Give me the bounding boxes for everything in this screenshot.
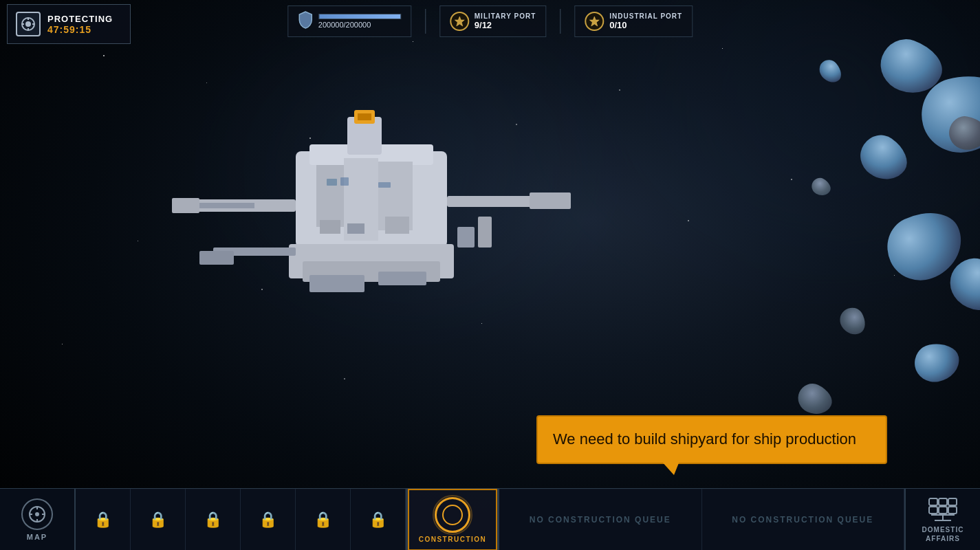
svg-rect-17 <box>320 220 340 234</box>
svg-rect-12 <box>530 192 571 209</box>
svg-rect-43 <box>948 498 957 505</box>
status-label: PROTECTING <box>47 14 113 24</box>
status-panel: PROTECTING 47:59:15 <box>7 4 131 44</box>
industrial-port-stat: INDUSTRIAL PORT 0/10 <box>574 6 693 37</box>
shield-bar <box>318 14 401 19</box>
shield-bar-fill <box>319 14 400 19</box>
shield-icon <box>298 11 313 32</box>
asteroid <box>912 340 963 385</box>
lock-icon-3: 🔒 <box>204 511 222 529</box>
svg-rect-42 <box>939 498 947 505</box>
queue-text-1: NO CONSTRUCTION QUEUE <box>530 515 671 525</box>
tooltip-box: We need to build shipyard for ship produ… <box>536 415 887 464</box>
star <box>722 48 723 49</box>
shield-stat: 200000/200000 <box>287 6 411 37</box>
svg-rect-26 <box>378 182 391 188</box>
lock-icon-2: 🔒 <box>149 511 167 529</box>
lock-icon-6: 🔒 <box>369 511 387 529</box>
star <box>103 55 105 56</box>
asteroid <box>836 303 870 339</box>
svg-rect-25 <box>340 177 349 186</box>
industrial-port-value: 0/10 <box>609 20 682 30</box>
asteroid <box>793 379 836 419</box>
svg-rect-15 <box>309 275 364 292</box>
industrial-port-info: INDUSTRIAL PORT 0/10 <box>609 12 682 30</box>
queue-panel-1: NO CONSTRUCTION QUEUE <box>499 489 702 550</box>
svg-rect-9 <box>172 198 199 213</box>
action-slot-3[interactable]: 🔒 <box>186 489 241 550</box>
svg-rect-21 <box>199 251 234 265</box>
svg-rect-7 <box>358 113 371 120</box>
map-icon <box>21 498 53 530</box>
construction-ring-icon <box>435 497 470 533</box>
queue-text-2: NO CONSTRUCTION QUEUE <box>732 515 873 525</box>
svg-rect-10 <box>199 203 254 208</box>
action-slot-5[interactable]: 🔒 <box>296 489 351 550</box>
action-slot-2[interactable]: 🔒 <box>131 489 186 550</box>
svg-rect-18 <box>347 223 364 234</box>
svg-rect-41 <box>929 498 937 505</box>
svg-rect-2 <box>316 165 344 227</box>
shield-value: 200000/200000 <box>318 21 401 29</box>
status-icon <box>16 12 41 36</box>
action-slot-4[interactable]: 🔒 <box>241 489 296 550</box>
svg-rect-23 <box>478 217 492 248</box>
construction-inner-ring <box>442 505 463 525</box>
star <box>894 275 895 276</box>
svg-marker-34 <box>589 16 599 26</box>
status-timer: 47:59:15 <box>47 24 113 35</box>
svg-rect-24 <box>327 179 337 186</box>
domestic-label: DOMESTICAFFAIRS <box>922 525 964 543</box>
industrial-port-name: INDUSTRIAL PORT <box>609 12 682 20</box>
svg-point-36 <box>35 512 39 516</box>
construction-button[interactable]: CONSTRUCTION <box>408 489 497 550</box>
game-viewport: We need to build shipyard for ship produ… <box>0 0 980 550</box>
military-port-info: MILITARY PORT 9/12 <box>475 12 536 30</box>
queue-panel-2: NO CONSTRUCTION QUEUE <box>702 489 905 550</box>
action-slot-1[interactable]: 🔒 <box>76 489 131 550</box>
svg-point-28 <box>25 21 31 27</box>
action-slot-6[interactable]: 🔒 <box>351 489 406 550</box>
lock-icon-1: 🔒 <box>94 511 112 529</box>
map-button[interactable]: MAP <box>0 489 76 550</box>
svg-rect-19 <box>385 217 409 234</box>
domestic-icon <box>927 496 959 522</box>
svg-rect-44 <box>929 507 937 514</box>
center-hud: 200000/200000 MILITARY PORT 9/12 <box>287 6 693 37</box>
bottom-hud: MAP 🔒 🔒 🔒 🔒 🔒 🔒 <box>0 488 980 550</box>
military-port-name: MILITARY PORT <box>475 12 536 20</box>
star <box>344 378 345 380</box>
industrial-port-icon <box>585 12 604 31</box>
military-port-value: 9/12 <box>475 20 536 30</box>
status-text: PROTECTING 47:59:15 <box>47 14 113 35</box>
lock-icon-4: 🔒 <box>259 511 277 529</box>
top-hud: PROTECTING 47:59:15 200000/200000 <box>0 0 980 48</box>
star <box>62 344 63 344</box>
map-label: MAP <box>27 533 47 541</box>
military-port-icon <box>450 12 469 31</box>
action-slots: 🔒 🔒 🔒 🔒 🔒 🔒 CONST <box>76 489 904 550</box>
shield-bar-container: 200000/200000 <box>318 14 401 29</box>
hud-divider <box>425 9 426 34</box>
lock-icon-5: 🔒 <box>314 511 332 529</box>
spaceship <box>138 69 585 330</box>
star <box>791 179 792 180</box>
domestic-affairs-button[interactable]: DOMESTICAFFAIRS <box>904 489 980 550</box>
svg-rect-11 <box>447 196 543 207</box>
svg-rect-22 <box>457 227 475 248</box>
svg-marker-33 <box>455 16 464 26</box>
military-port-stat: MILITARY PORT 9/12 <box>439 6 546 37</box>
svg-rect-46 <box>948 507 957 514</box>
construction-label: CONSTRUCTION <box>419 536 487 543</box>
tooltip-text: We need to build shipyard for ship produ… <box>553 429 871 450</box>
hud-divider-2 <box>560 9 560 34</box>
star <box>688 220 689 221</box>
svg-rect-45 <box>939 507 947 514</box>
svg-rect-16 <box>378 272 426 285</box>
star <box>619 89 620 91</box>
